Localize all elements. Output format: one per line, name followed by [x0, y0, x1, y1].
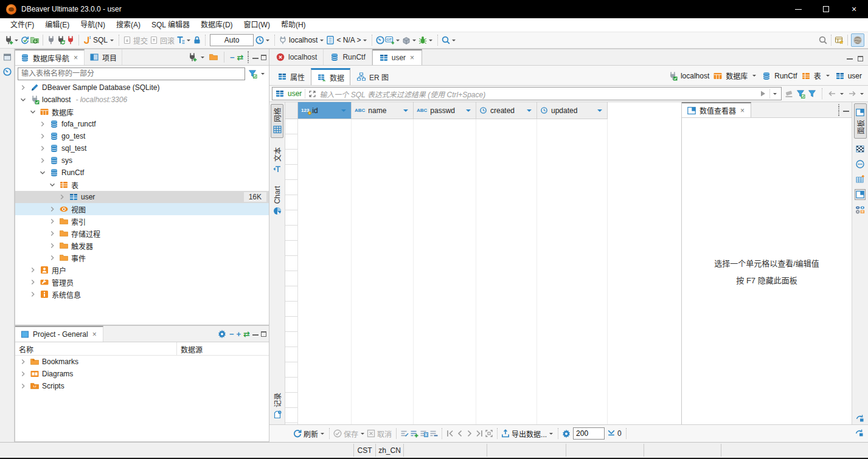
user-avatar[interactable]: [851, 33, 864, 47]
grouping-panel-icon[interactable]: [855, 159, 865, 169]
chevron-right-icon[interactable]: [58, 193, 66, 201]
filter-funnel-icon[interactable]: [248, 69, 257, 78]
tree-item-用户[interactable]: 用户: [15, 264, 269, 276]
tab-database-navigator[interactable]: 数据库导航 ×: [15, 49, 85, 65]
chevron-right-icon[interactable]: [48, 217, 57, 226]
chevron-right-icon[interactable]: [38, 144, 47, 153]
settings-icon[interactable]: [217, 329, 227, 339]
maximize-panel-icon[interactable]: [261, 55, 266, 60]
refresh-sync-icon[interactable]: [20, 35, 30, 45]
tree-item-索引[interactable]: 索引: [15, 215, 269, 227]
chevron-down-icon[interactable]: [840, 93, 844, 97]
chevron-right-icon[interactable]: [48, 241, 57, 250]
lock-icon[interactable]: [192, 35, 202, 45]
chevron-down-icon[interactable]: [201, 57, 204, 60]
fetch-size-input[interactable]: [573, 427, 605, 440]
presentation-tab-Chart[interactable]: Chart: [272, 183, 283, 219]
tab-属性[interactable]: 属性: [272, 68, 310, 85]
rollback-icon[interactable]: [149, 35, 159, 45]
new-folder-icon[interactable]: [209, 52, 218, 62]
menu-item[interactable]: 数据库(D): [195, 18, 238, 32]
save-icon[interactable]: [333, 429, 342, 438]
tree-item-视图[interactable]: 视图: [15, 203, 269, 215]
minimize-panel-icon[interactable]: [252, 58, 259, 59]
tree-item-RunCtf[interactable]: RunCtf: [15, 167, 269, 179]
tree-item-sql_test[interactable]: sql_test: [15, 142, 269, 154]
chevron-down-icon[interactable]: [752, 75, 756, 78]
menu-dots-icon[interactable]: [837, 104, 841, 116]
tree-item-fofa_runctf[interactable]: fofa_runctf: [15, 118, 269, 130]
menu-item[interactable]: 编辑(E): [40, 18, 75, 32]
add-row-icon[interactable]: [409, 429, 419, 438]
column-header-passwd[interactable]: ABCpasswd: [414, 102, 476, 119]
chevron-right-icon[interactable]: [19, 83, 27, 92]
previous-row-icon[interactable]: [455, 429, 465, 438]
chevron-down-icon[interactable]: [466, 109, 471, 114]
grid-corner[interactable]: [285, 102, 298, 119]
chevron-down-icon[interactable]: [403, 109, 408, 114]
menu-item[interactable]: 搜索(A): [111, 18, 146, 32]
git-icon[interactable]: GIT: [385, 35, 395, 45]
forward-icon[interactable]: [847, 89, 857, 98]
search-icon[interactable]: [441, 35, 451, 45]
toggle-panels-icon[interactable]: [855, 428, 864, 438]
column-header-created[interactable]: created: [476, 102, 537, 119]
tab-value-viewer[interactable]: 数值查看器 ×: [682, 102, 751, 117]
quick-access-search-icon[interactable]: [818, 35, 828, 45]
connection-selector[interactable]: localhost: [289, 36, 318, 44]
history-icon[interactable]: [255, 35, 265, 45]
chevron-down-icon[interactable]: [38, 168, 47, 177]
chevron-down-icon[interactable]: [187, 40, 190, 43]
project-item-Diagrams[interactable]: Diagrams: [15, 368, 269, 380]
tree-item-管理员[interactable]: 管理员: [15, 276, 269, 288]
sql-editor-icon[interactable]: [82, 35, 92, 45]
calc-panel-icon[interactable]: [855, 144, 865, 154]
chevron-down-icon[interactable]: [29, 108, 37, 116]
minimize-panel-icon[interactable]: [843, 111, 849, 112]
filter-icon[interactable]: [807, 89, 817, 98]
table-search-input[interactable]: [18, 67, 245, 80]
chevron-right-icon[interactable]: [38, 120, 47, 128]
chevron-right-icon[interactable]: [19, 370, 27, 378]
close-button[interactable]: ×: [840, 0, 868, 18]
minimized-dashboard-icon[interactable]: [2, 67, 12, 77]
refresh-button[interactable]: 刷新: [304, 429, 318, 439]
menu-item[interactable]: 文件(F): [5, 18, 40, 32]
project-item-Bookmarks[interactable]: Bookmarks: [15, 356, 269, 368]
column-header-name[interactable]: ABCname: [352, 102, 414, 119]
chevron-right-icon[interactable]: [38, 156, 47, 165]
tree-item-DBeaver Sample Database (SQLite)[interactable]: DBeaver Sample Database (SQLite): [15, 81, 269, 94]
editor-tab-RunCtf[interactable]: RunCtf: [324, 49, 372, 65]
chevron-down-icon[interactable]: [773, 93, 777, 97]
restore-panel-icon[interactable]: [855, 413, 865, 423]
breadcrumb-item-RunCtf[interactable]: RunCtf: [762, 71, 797, 81]
chevron-down-icon[interactable]: [320, 40, 324, 43]
column-header-updated[interactable]: updated: [537, 102, 608, 119]
tree-item-触发器[interactable]: 触发器: [15, 240, 269, 252]
reconnect-icon[interactable]: [56, 35, 66, 45]
presentation-tab-文本[interactable]: 文本: [271, 144, 283, 177]
transaction-log-icon[interactable]: [176, 35, 186, 45]
minimize-button[interactable]: [784, 0, 812, 18]
maximize-button[interactable]: [812, 0, 840, 18]
tree-item-sys[interactable]: sys: [15, 154, 269, 167]
tab-数据[interactable]: 数据: [311, 68, 350, 85]
back-icon[interactable]: [827, 89, 837, 98]
chevron-right-icon[interactable]: [38, 132, 47, 140]
panel-tab-value-viewer[interactable]: 面板: [854, 103, 867, 139]
editor-tab-user[interactable]: user×: [372, 49, 422, 65]
chevron-down-icon[interactable]: [266, 40, 269, 43]
chevron-right-icon[interactable]: [29, 278, 37, 286]
first-row-icon[interactable]: [445, 429, 455, 438]
filter-input-box[interactable]: user 输入一个 SQL 表达式来过滤结果 (使用 Ctrl+Space): [272, 87, 782, 100]
chevron-down-icon[interactable]: [396, 40, 400, 43]
tree-item-user[interactable]: user16K: [15, 191, 269, 203]
value-viewer-panel-icon[interactable]: [855, 190, 865, 199]
auto-commit-combo[interactable]: Auto: [210, 34, 254, 46]
commit-button[interactable]: 提交: [133, 35, 148, 46]
link-editor-icon[interactable]: ⇄: [237, 53, 244, 61]
chevron-right-icon[interactable]: [29, 266, 37, 274]
menu-item[interactable]: 窗口(W): [238, 18, 276, 32]
tree-item-事件[interactable]: 事件: [15, 252, 269, 264]
chevron-down-icon[interactable]: [363, 40, 367, 43]
